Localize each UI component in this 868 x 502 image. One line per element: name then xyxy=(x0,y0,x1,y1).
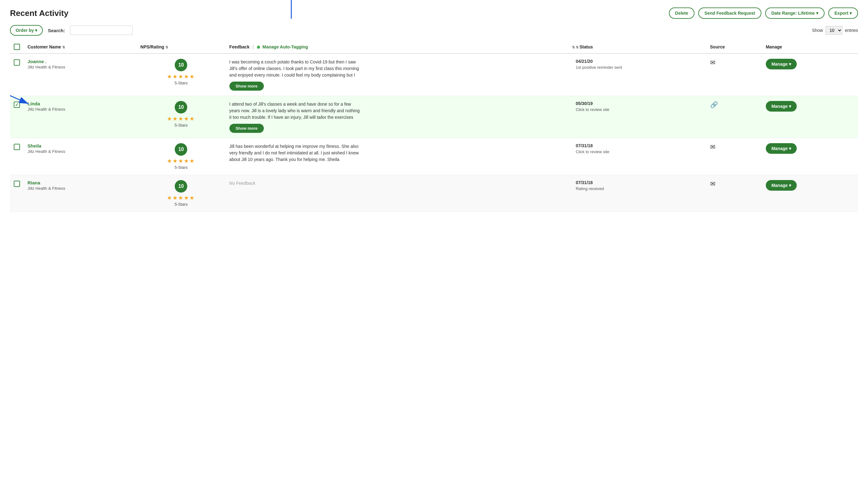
table-row: Linda Jillz Health & Fitness 10 ★★★★★ 5-… xyxy=(10,96,858,138)
green-dot-icon xyxy=(257,45,260,49)
row-checkbox[interactable] xyxy=(14,102,20,108)
star-rating: ★★★★★ xyxy=(140,194,222,201)
stars-label: 5-Stars xyxy=(140,165,222,170)
date-range-button[interactable]: Date Range: Lifetime ▾ xyxy=(765,8,825,19)
activity-table: Customer Name NPS/Rating Feedback | Mana… xyxy=(10,41,858,212)
show-more-button[interactable]: Show more xyxy=(229,82,264,91)
customer-name-link[interactable]: Joanne . xyxy=(28,59,133,64)
export-button[interactable]: Export ▾ xyxy=(828,8,858,19)
customer-name-link[interactable]: Sheila xyxy=(28,143,133,148)
column-header-customer-name[interactable]: Customer Name xyxy=(24,41,137,53)
column-header-source: Source xyxy=(706,41,762,53)
customer-name-link[interactable]: Linda xyxy=(28,101,133,106)
email-icon[interactable]: ✉ xyxy=(710,143,715,150)
feedback-cell: I attend two of Jill's classes a week an… xyxy=(226,96,572,138)
customer-company: Jillz Health & Fitness xyxy=(28,149,133,154)
toolbar: Order by ▾ Search: Show 10 25 50 entries xyxy=(10,25,858,35)
status-cell: 07/31/18 Click to review site xyxy=(572,138,706,175)
star-rating: ★★★★★ xyxy=(140,157,222,164)
table-row: Riana Jillz Health & Fitness10 ★★★★★ 5-S… xyxy=(10,175,858,212)
manage-cell: Manage xyxy=(762,175,858,212)
page-title: Recent Activity xyxy=(10,8,69,18)
search-input[interactable] xyxy=(70,25,133,35)
customer-name-cell: Joanne . Jillz Health & Fitness xyxy=(24,53,137,96)
feedback-text: I was becoming a couch potato thanks to … xyxy=(229,59,361,79)
entries-label: entries xyxy=(845,28,858,33)
entries-select[interactable]: 10 25 50 xyxy=(826,26,843,35)
manage-cell: Manage xyxy=(762,138,858,175)
delete-button[interactable]: Delete xyxy=(669,8,694,19)
column-header-manage: Manage xyxy=(762,41,858,53)
toolbar-left: Order by ▾ Search: xyxy=(10,25,133,35)
status-cell: 04/21/20 1st positive reminder sent xyxy=(572,53,706,96)
link-icon[interactable]: 🔗 xyxy=(710,101,718,108)
column-header-status[interactable]: ⇅ Status xyxy=(572,41,706,53)
customer-company: Jillz Health & Fitness xyxy=(28,186,133,191)
show-more-button[interactable]: Show more xyxy=(229,124,264,133)
feedback-text: No Feedback xyxy=(229,180,361,187)
email-icon[interactable]: ✉ xyxy=(710,59,715,66)
manage-button[interactable]: Manage xyxy=(766,180,797,191)
customer-name-cell: Sheila Jillz Health & Fitness xyxy=(24,138,137,175)
stars-label: 5-Stars xyxy=(140,123,222,127)
status-cell: 07/31/18 Rating received xyxy=(572,175,706,212)
star-rating: ★★★★★ xyxy=(140,115,222,122)
source-cell: ✉ xyxy=(706,53,762,96)
manage-button[interactable]: Manage xyxy=(766,59,797,69)
feedback-text: Jill has been wonderful at helping me im… xyxy=(229,143,361,163)
customer-name-cell: Linda Jillz Health & Fitness xyxy=(24,96,137,138)
manage-cell: Manage xyxy=(762,53,858,96)
table-row: Joanne . Jillz Health & Fitness10 ★★★★★ … xyxy=(10,53,858,96)
source-cell: ✉ xyxy=(706,175,762,212)
nps-cell: 10 ★★★★★ 5-Stars xyxy=(137,53,226,96)
pipe-divider: | xyxy=(252,44,254,49)
status-date: 04/21/20 xyxy=(576,59,703,64)
source-cell: 🔗 xyxy=(706,96,762,138)
toolbar-right: Show 10 25 50 entries xyxy=(812,26,858,35)
stars-label: 5-Stars xyxy=(140,81,222,85)
status-date: 07/31/18 xyxy=(576,143,703,148)
manage-button[interactable]: Manage xyxy=(766,101,797,112)
customer-company: Jillz Health & Fitness xyxy=(28,65,133,69)
header-actions: Delete Send Feedback Request Date Range:… xyxy=(669,8,858,19)
status-text: Click to review site xyxy=(576,150,703,154)
feedback-cell: I was becoming a couch potato thanks to … xyxy=(226,53,572,96)
column-header-nps-rating[interactable]: NPS/Rating xyxy=(137,41,226,53)
row-checkbox[interactable] xyxy=(14,59,20,66)
nps-badge: 10 xyxy=(175,143,187,156)
customer-name-cell: Riana Jillz Health & Fitness xyxy=(24,175,137,212)
table-header-row: Customer Name NPS/Rating Feedback | Mana… xyxy=(10,41,858,53)
feedback-cell: Jill has been wonderful at helping me im… xyxy=(226,138,572,175)
table-row: Sheila Jillz Health & Fitness10 ★★★★★ 5-… xyxy=(10,138,858,175)
column-header-feedback: Feedback | Manage Auto-Tagging xyxy=(226,41,572,53)
row-checkbox[interactable] xyxy=(14,144,20,150)
nps-cell: 10 ★★★★★ 5-Stars xyxy=(137,96,226,138)
show-label: Show xyxy=(812,28,823,33)
send-feedback-button[interactable]: Send Feedback Request xyxy=(698,8,762,19)
feedback-text: I attend two of Jill's classes a week an… xyxy=(229,101,361,121)
status-cell: 05/30/19 Click to review site xyxy=(572,96,706,138)
row-checkbox[interactable] xyxy=(14,181,20,187)
source-cell: ✉ xyxy=(706,138,762,175)
nps-badge: 10 xyxy=(175,101,187,113)
customer-name-link[interactable]: Riana xyxy=(28,180,133,185)
manage-cell: Manage xyxy=(762,96,858,138)
search-label: Search: xyxy=(48,28,65,33)
select-all-checkbox-header[interactable] xyxy=(10,41,24,53)
manage-auto-tagging-link[interactable]: Manage Auto-Tagging xyxy=(262,44,308,49)
stars-label: 5-Stars xyxy=(140,202,222,207)
star-rating: ★★★★★ xyxy=(140,73,222,80)
status-date: 05/30/19 xyxy=(576,101,703,106)
status-text: Click to review site xyxy=(576,107,703,112)
table-body: Joanne . Jillz Health & Fitness10 ★★★★★ … xyxy=(10,53,858,212)
nps-badge: 10 xyxy=(175,59,187,71)
table-wrapper: Customer Name NPS/Rating Feedback | Mana… xyxy=(10,41,858,212)
status-text: 1st positive reminder sent xyxy=(576,65,703,70)
manage-button[interactable]: Manage xyxy=(766,143,797,154)
customer-company: Jillz Health & Fitness xyxy=(28,107,133,112)
order-by-button[interactable]: Order by ▾ xyxy=(10,25,43,35)
nps-cell: 10 ★★★★★ 5-Stars xyxy=(137,138,226,175)
status-date: 07/31/18 xyxy=(576,180,703,185)
status-text: Rating received xyxy=(576,186,703,191)
email-icon[interactable]: ✉ xyxy=(710,180,715,187)
